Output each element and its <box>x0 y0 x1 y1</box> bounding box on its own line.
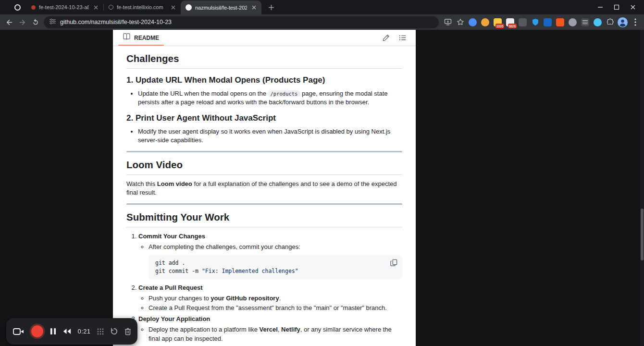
tab-github-active[interactable]: nazmulsisil/fe-test-2024-10-23 <box>181 0 261 14</box>
camera-extension-icon[interactable] <box>517 16 529 28</box>
translate-extension-icon[interactable] <box>467 16 479 28</box>
step-title: Create a Pull Request <box>138 284 203 291</box>
paragraph-text: Watch this <box>126 180 157 187</box>
shield-extension-icon[interactable] <box>529 16 541 28</box>
tab-favicon-globe-icon <box>109 5 113 10</box>
step-deploy: Deploy Your Application Deploy the appli… <box>138 315 402 343</box>
browser-window: fe-test-2024-10-23-a8hee3jlg-... fe-test… <box>0 0 644 346</box>
window-controls <box>592 0 641 14</box>
tab-strip: fe-test-2024-10-23-a8hee3jlg-... fe-test… <box>0 0 644 14</box>
new-tab-button[interactable] <box>265 1 277 13</box>
list-item: Update the URL when the modal opens on t… <box>138 89 402 107</box>
heading-challenge-1: 1. Update URL When Modal Opens (Products… <box>126 74 402 86</box>
copy-code-button[interactable] <box>388 257 399 270</box>
extension-badge: 1026 <box>495 24 504 28</box>
extension-badge: 6826 <box>508 24 517 28</box>
loom-video-bold: Loom video <box>157 180 192 187</box>
heading-challenges: Challenges <box>126 52 402 69</box>
page-background: README Challenges 1. Update URL When Mod… <box>0 30 644 346</box>
screen-recorder-toolbar: 0:21 <box>6 318 137 345</box>
minimize-window-button[interactable] <box>592 0 608 14</box>
reload-button[interactable] <box>29 16 42 29</box>
url-bar[interactable]: github.com/nazmulsisil/fe-test-2024-10-2… <box>44 16 439 28</box>
pause-button[interactable] <box>49 327 57 336</box>
bold-text: Vercel <box>260 326 278 333</box>
tab-vercel-preview[interactable]: fe-test-2024-10-23-a8hee3jlg-... <box>26 0 103 14</box>
steps-list: Commit Your Changes After completing the… <box>126 232 402 346</box>
heading-submitting: Submitting Your Work <box>126 211 402 227</box>
bullet-text: Push your changes to <box>149 295 211 302</box>
divider <box>126 203 402 205</box>
book-icon <box>123 33 130 42</box>
bullet-text: , <box>278 326 281 333</box>
restart-recording-button[interactable] <box>109 326 119 336</box>
tab-title: fe-test.intellixio.com <box>117 4 166 10</box>
notes-extension-icon[interactable]: 1026 <box>492 16 504 28</box>
close-tab-icon[interactable] <box>92 4 99 11</box>
url-text: github.com/nazmulsisil/fe-test-2024-10-2… <box>60 19 172 25</box>
bold-text: Netlify <box>281 326 300 333</box>
bullet-text: Update the URL when the modal opens on t… <box>138 90 268 97</box>
browser-toolbar: github.com/nazmulsisil/fe-test-2024-10-2… <box>0 14 644 30</box>
list-item: After completing the challenges, commit … <box>149 243 402 279</box>
readme-content: Challenges 1. Update URL When Modal Open… <box>113 46 416 346</box>
tab-favicon-github-icon <box>186 4 192 11</box>
forward-button[interactable] <box>16 16 29 29</box>
challenge-2-list: Modify the user agent display so it work… <box>126 127 402 145</box>
step-commit: Commit Your Changes After completing the… <box>138 232 402 279</box>
blue-extension-icon[interactable] <box>542 16 554 28</box>
scrollbar-thumb[interactable] <box>641 209 644 260</box>
bookmark-star-icon[interactable] <box>454 16 466 28</box>
drag-handle-icon[interactable] <box>96 327 105 336</box>
bold-text: your GitHub repository <box>211 295 279 302</box>
tab-intellixio[interactable]: fe-test.intellixio.com <box>104 0 181 14</box>
gray-extension-icon[interactable] <box>567 16 579 28</box>
list-item: Deploy the application to a platform lik… <box>149 325 402 343</box>
extensions-puzzle-icon[interactable] <box>604 16 616 28</box>
site-settings-icon[interactable] <box>50 18 56 26</box>
close-window-button[interactable] <box>625 0 641 14</box>
tab-readme[interactable]: README <box>121 30 161 46</box>
list-item: Modify the user agent display so it work… <box>138 127 402 145</box>
challenge-1-list: Update the URL when the modal opens on t… <box>126 89 402 107</box>
bullet-text: Deploy the application to a platform lik… <box>149 326 260 333</box>
shopping-extension-icon[interactable]: 6826 <box>504 16 516 28</box>
recording-indicator-icon <box>14 4 21 11</box>
stop-recording-button[interactable] <box>31 325 43 337</box>
rewind-button[interactable] <box>62 327 72 335</box>
readme-header: README <box>113 30 416 46</box>
tab-favicon-red-dot-icon <box>31 5 36 10</box>
camera-button[interactable] <box>12 326 25 337</box>
inline-code: /products <box>268 90 300 97</box>
bullet-text: . <box>279 295 281 302</box>
active-tab-underline <box>118 45 164 46</box>
step-title: Commit Your Changes <box>138 233 205 240</box>
profile-avatar[interactable] <box>617 16 629 28</box>
code-text: git add . git commit -m "Fix: Implemente… <box>155 259 396 275</box>
maximize-window-button[interactable] <box>608 0 625 14</box>
close-tab-icon[interactable] <box>170 4 177 11</box>
recording-time: 0:21 <box>76 328 92 335</box>
readme-tab-label: README <box>134 35 159 41</box>
divider <box>126 151 402 152</box>
close-tab-icon[interactable] <box>250 4 258 11</box>
edit-readme-button[interactable] <box>381 33 391 43</box>
heading-challenge-2: 2. Print User Agent Without JavaScript <box>126 112 402 124</box>
orange-swirl-extension-icon[interactable] <box>479 16 491 28</box>
cloud-extension-icon[interactable] <box>592 16 604 28</box>
share-page-icon[interactable] <box>442 16 454 28</box>
list-item: Push your changes to your GitHub reposit… <box>149 294 402 303</box>
step-title: Deploy Your Application <box>138 315 210 322</box>
code-block: git add . git commit -m "Fix: Implemente… <box>149 255 402 280</box>
readme-header-actions <box>381 33 408 43</box>
list-item: Create a Pull Request from the "assessme… <box>149 304 402 312</box>
back-button[interactable] <box>3 16 16 29</box>
scrollbar-track[interactable] <box>640 30 644 346</box>
outline-toc-button[interactable] <box>397 33 408 43</box>
browser-menu-icon[interactable] <box>629 16 641 28</box>
bullet-text: After completing the challenges, commit … <box>149 243 300 250</box>
delete-recording-button[interactable] <box>124 327 132 336</box>
orange-extension-icon[interactable] <box>554 16 566 28</box>
readme-card: README Challenges 1. Update URL When Mod… <box>113 30 416 346</box>
reader-extension-icon[interactable] <box>579 16 591 28</box>
